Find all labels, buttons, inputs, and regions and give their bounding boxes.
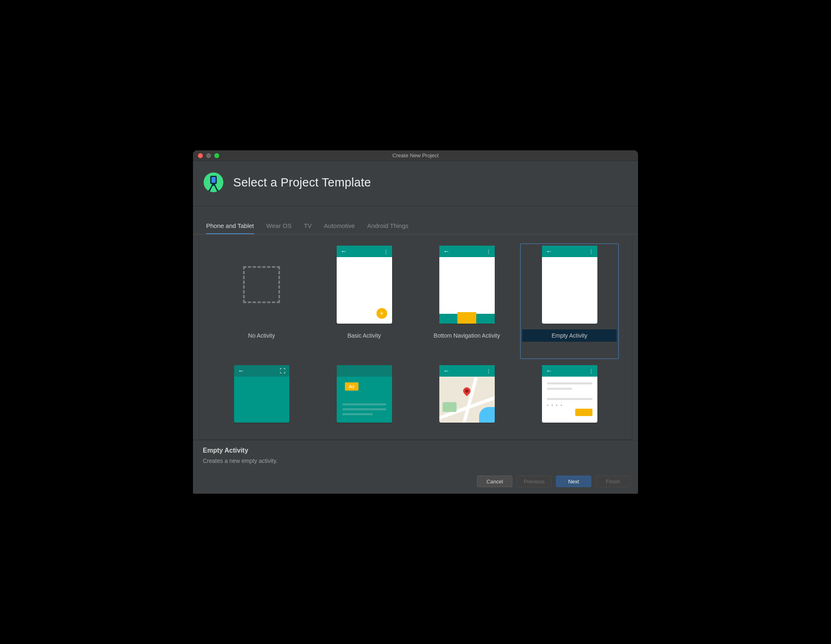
login-button-icon — [575, 409, 592, 416]
minimize-icon[interactable] — [206, 153, 211, 158]
thumbnail: ← ⋯ ● ● ● ● — [542, 365, 597, 423]
zoom-icon[interactable] — [214, 153, 219, 158]
template-bottom-navigation[interactable]: ← ⋯ Bottom Navigation Activity — [418, 244, 516, 359]
titlebar: Create New Project — [193, 150, 638, 161]
back-arrow-icon: ← — [238, 368, 245, 374]
empty-placeholder-icon — [243, 266, 280, 303]
back-arrow-icon: ← — [443, 248, 450, 255]
close-icon[interactable] — [198, 153, 203, 158]
thumbnail: ← ⋯ — [439, 246, 495, 324]
description-text: Creates a new empty activity. — [203, 458, 628, 464]
ad-badge: Ad — [345, 382, 358, 391]
back-arrow-icon: ← — [341, 248, 347, 255]
template-fullscreen-activity[interactable]: ← ⛶ Fullscreen Activity — [212, 363, 311, 440]
back-arrow-icon: ← — [546, 248, 553, 255]
description-title: Empty Activity — [203, 447, 628, 454]
overflow-icon: ⋯ — [485, 249, 491, 254]
template-label: Empty Activity — [551, 332, 587, 339]
thumbnail: ← ⋯ + — [337, 246, 392, 324]
previous-button: Previous — [517, 476, 552, 487]
thumbnail: ← ⋯ — [439, 365, 495, 423]
template-label: Bottom Navigation Activity — [434, 332, 500, 339]
overflow-icon: ⋯ — [485, 368, 491, 373]
tab-phone-tablet[interactable]: Phone and Tablet — [206, 222, 254, 234]
wizard-buttons: Cancel Previous Next Finish — [193, 471, 638, 494]
template-no-activity[interactable]: No Activity — [212, 244, 311, 359]
overflow-icon: ⋯ — [383, 249, 388, 254]
fullscreen-icon: ⛶ — [280, 368, 285, 374]
back-arrow-icon: ← — [443, 368, 450, 374]
thumbnail: ← ⋯ — [542, 246, 597, 324]
svg-point-5 — [217, 190, 218, 191]
template-label: No Activity — [248, 332, 275, 339]
page-title: Select a Project Template — [233, 176, 371, 189]
android-studio-logo-icon — [203, 172, 224, 193]
template-admob-activity[interactable]: Ad Google AdMob Ads Activity — [315, 363, 413, 440]
template-label: Basic Activity — [347, 332, 381, 339]
bottom-nav-icon — [439, 314, 495, 324]
overflow-icon: ⋯ — [588, 249, 594, 254]
window-title: Create New Project — [193, 152, 638, 159]
overflow-icon: ⋯ — [588, 368, 594, 373]
tab-wear-os[interactable]: Wear OS — [266, 222, 292, 234]
template-login-activity[interactable]: ← ⋯ ● ● ● ● Login Activity — [520, 363, 619, 440]
tab-bar: Phone and Tablet Wear OS TV Automotive A… — [193, 216, 638, 235]
svg-rect-2 — [211, 177, 216, 183]
thumbnail: Ad — [337, 365, 392, 423]
thumbnail — [234, 246, 289, 324]
new-project-window: Create New Project Select a Project Temp… — [193, 150, 638, 494]
template-maps-activity[interactable]: ← ⋯ Google Maps Activity — [418, 363, 516, 440]
tab-automotive[interactable]: Automotive — [324, 222, 355, 234]
template-empty-activity[interactable]: ← ⋯ Empty Activity — [520, 244, 619, 359]
fab-icon: + — [376, 308, 387, 319]
template-basic-activity[interactable]: ← ⋯ + Basic Activity — [315, 244, 413, 359]
tab-android-things[interactable]: Android Things — [367, 222, 409, 234]
finish-button: Finish — [595, 476, 631, 487]
next-button[interactable]: Next — [556, 476, 591, 487]
svg-point-4 — [209, 190, 210, 191]
window-controls — [193, 153, 219, 158]
template-gallery: No Activity ← ⋯ + Basic Activity ← ⋯ Bot… — [199, 235, 632, 440]
description-panel: Empty Activity Creates a new empty activ… — [193, 440, 638, 471]
cancel-button[interactable]: Cancel — [477, 476, 512, 487]
header: Select a Project Template — [193, 161, 638, 207]
back-arrow-icon: ← — [546, 368, 553, 374]
thumbnail: ← ⛶ — [234, 365, 289, 423]
tab-tv[interactable]: TV — [304, 222, 312, 234]
